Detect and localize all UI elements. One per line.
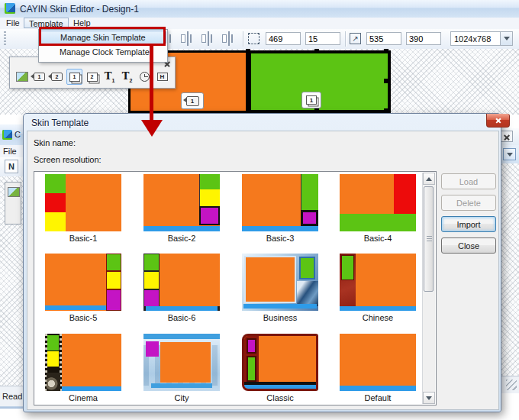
zone-green xyxy=(247,356,256,383)
template-cell[interactable]: Basic-1 xyxy=(45,174,121,243)
image-icon xyxy=(8,187,20,197)
zone-green xyxy=(299,257,315,279)
combobox-dropdown-button[interactable] xyxy=(500,32,512,45)
template-cell[interactable]: Business xyxy=(242,254,318,322)
text-2-icon[interactable]: T2 xyxy=(119,69,135,85)
template-cell[interactable]: Basic-4 xyxy=(340,174,416,243)
zone-magenta xyxy=(143,289,160,307)
template-cell[interactable]: Cinema xyxy=(45,334,121,402)
arrow-down-icon xyxy=(426,396,432,400)
zone-blue-top-bar xyxy=(143,334,220,339)
delete-button[interactable]: Delete xyxy=(441,195,496,211)
panel-close-button[interactable] xyxy=(500,131,513,142)
template-name: Cinema xyxy=(45,393,121,402)
video-badge-number: 1 xyxy=(191,98,194,105)
template-thumbnail-cinema xyxy=(45,334,121,391)
image-icon[interactable] xyxy=(14,69,30,85)
selection-handle[interactable] xyxy=(246,49,250,53)
zone-yellow xyxy=(143,271,160,289)
dialog-close-button[interactable] xyxy=(486,114,510,128)
template-cell[interactable]: Basic-3 xyxy=(242,174,318,243)
main-window: CAYIN Skin Editor - Design-1 File Templa… xyxy=(0,0,519,115)
scroll-thumb-grip xyxy=(427,236,432,241)
selection-handle[interactable] xyxy=(384,79,388,83)
close-button[interactable]: Close xyxy=(441,237,496,254)
window-1-icon[interactable]: 1 xyxy=(66,69,82,85)
import-button[interactable]: Import xyxy=(441,216,496,232)
template-name: Business xyxy=(242,313,318,322)
bg-file-menu[interactable]: File xyxy=(3,147,17,156)
zone-blue-strip xyxy=(143,226,220,231)
ticker-icon[interactable]: H xyxy=(154,69,170,85)
template-cell[interactable]: Basic-6 xyxy=(143,254,220,322)
toolbar-grip[interactable] xyxy=(4,31,6,47)
video-1-icon[interactable]: 1 xyxy=(31,69,47,85)
pos-x-field[interactable] xyxy=(266,32,301,45)
zone-photo-corner xyxy=(297,281,318,306)
width-field[interactable] xyxy=(366,32,401,45)
template-cell[interactable]: Classic xyxy=(242,334,318,402)
zone-red xyxy=(45,193,66,212)
listbox-scrollbar[interactable] xyxy=(422,173,435,404)
template-thumbnail-classic xyxy=(242,334,318,391)
text-1-icon[interactable]: T1 xyxy=(102,69,118,85)
template-cell[interactable]: Basic-2 xyxy=(143,174,220,243)
video-2-icon[interactable]: 2 xyxy=(49,69,65,85)
zone-blue-strip xyxy=(45,305,106,310)
menu-file[interactable]: File xyxy=(6,18,20,27)
zone-blue-bottom-bar xyxy=(151,383,212,388)
load-button[interactable]: Load xyxy=(441,173,496,189)
scroll-up-button[interactable] xyxy=(423,173,435,185)
height-field[interactable] xyxy=(406,32,441,45)
template-thumbnail-city xyxy=(143,334,220,391)
selection-handle[interactable] xyxy=(314,49,319,53)
menu-item-manage-clock-template[interactable]: Manage Clock Template xyxy=(40,44,166,60)
template-name: Default xyxy=(340,393,416,402)
screen-resolution-label: Screen resolution: xyxy=(34,155,102,164)
text-1-glyph: T1 xyxy=(105,71,115,83)
app-logo-icon xyxy=(5,3,15,14)
template-cell[interactable]: Basic-5 xyxy=(45,254,121,322)
layout-icon-2[interactable] xyxy=(187,31,189,46)
template-cell[interactable]: City xyxy=(143,334,220,402)
zone-magenta xyxy=(301,210,318,226)
scroll-down-button[interactable] xyxy=(423,392,435,404)
zone-blue-strip xyxy=(340,306,416,311)
zone-yellow xyxy=(199,189,220,206)
template-cell[interactable]: Default xyxy=(340,334,416,402)
main-titlebar[interactable]: CAYIN Skin Editor - Design-1 xyxy=(0,0,519,18)
zone-green xyxy=(106,254,121,271)
template-name: City xyxy=(143,393,220,402)
pos-y-field[interactable] xyxy=(305,32,340,45)
template-name: Basic-1 xyxy=(45,234,121,243)
template-thumbnail-basic-1 xyxy=(45,174,121,231)
zone-green xyxy=(45,174,66,193)
combobox-arrow-button[interactable] xyxy=(503,148,516,160)
bg-window-canvas xyxy=(0,176,23,386)
zone-blue-strip xyxy=(242,226,318,231)
resize-grip[interactable] xyxy=(506,380,517,390)
text-2-glyph: T2 xyxy=(122,71,133,83)
new-button[interactable]: N xyxy=(5,160,18,173)
toolbar-separator xyxy=(243,31,244,47)
canvas-zone-window[interactable]: 1 xyxy=(248,50,391,113)
video-1-icon: 1 xyxy=(186,96,199,106)
zone-magenta xyxy=(247,338,256,354)
resize-icon: ↗ xyxy=(350,33,361,44)
template-listbox: Basic-1 Basic-2 Basic-3 Basic xyxy=(34,171,437,405)
scroll-thumb[interactable] xyxy=(424,186,434,292)
zone-green xyxy=(341,255,354,279)
layout-icon-4[interactable] xyxy=(228,31,230,46)
window-zone-badge: 1 xyxy=(301,92,321,108)
resolution-combobox[interactable]: 1024x768 xyxy=(450,31,513,46)
window-2-icon[interactable]: 2 xyxy=(84,69,100,85)
template-thumbnail-basic-2 xyxy=(143,174,220,231)
selection-handle[interactable] xyxy=(384,49,388,53)
template-thumbnail-business xyxy=(242,254,318,311)
template-cell[interactable]: Chinese xyxy=(340,254,416,322)
zone-magenta xyxy=(199,206,220,225)
selection-handle[interactable] xyxy=(246,79,250,83)
template-name: Chinese xyxy=(340,313,416,322)
chevron-down-icon xyxy=(504,37,510,40)
layout-icon-3[interactable] xyxy=(208,31,209,46)
